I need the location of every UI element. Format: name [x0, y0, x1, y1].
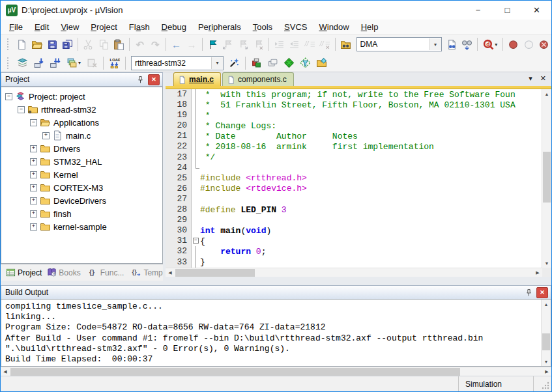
- chevron-down-icon[interactable]: ▾: [429, 38, 441, 50]
- save-all-icon[interactable]: [60, 36, 75, 52]
- manage-filter-icon[interactable]: [297, 55, 313, 71]
- code-line-27[interactable]: 27: [166, 194, 551, 204]
- tree-item-cortex-m3[interactable]: +CORTEX-M3: [1, 181, 162, 194]
- code-editor[interactable]: 17 * with this program; if not, write to…: [166, 89, 551, 268]
- chevron-down-icon[interactable]: ▾: [211, 57, 223, 69]
- fold-margin[interactable]: −: [192, 236, 200, 246]
- outdent-icon[interactable]: [287, 36, 302, 52]
- code-line-17[interactable]: 17 * with this program; if not, write to…: [166, 89, 551, 100]
- maximize-button[interactable]: □: [493, 1, 522, 20]
- cut-icon[interactable]: [81, 36, 96, 52]
- target-combo[interactable]: rtthread-stm32▾: [131, 56, 224, 70]
- tree-item-main-c[interactable]: +main.c: [1, 129, 162, 142]
- expand-icon[interactable]: +: [30, 184, 37, 191]
- open-file-icon[interactable]: [29, 36, 44, 52]
- scroll-left-icon[interactable]: ◀: [166, 268, 175, 277]
- panel-tab-project[interactable]: Project: [3, 266, 44, 279]
- horizontal-splitter[interactable]: [1, 281, 551, 285]
- panel-tab-func[interactable]: {}Func...: [86, 266, 127, 279]
- code-line-26[interactable]: 26#include <rtdevice.h>: [166, 184, 551, 194]
- comment-icon[interactable]: //: [302, 36, 317, 52]
- scroll-up-icon[interactable]: ▲: [542, 300, 551, 309]
- bookmark-next-icon[interactable]: [235, 36, 250, 52]
- target-options-icon[interactable]: [226, 55, 242, 71]
- build-output-log[interactable]: compiling timeslice_sample.c...linking..…: [1, 299, 551, 367]
- expand-icon[interactable]: +: [30, 158, 37, 165]
- manage-rte-icon[interactable]: [248, 55, 265, 71]
- menu-svcs[interactable]: SVCS: [278, 21, 313, 33]
- manage-items-icon[interactable]: [265, 55, 281, 71]
- menu-project[interactable]: Project: [85, 21, 123, 33]
- build-icon[interactable]: [31, 55, 47, 71]
- expand-icon[interactable]: +: [30, 197, 37, 204]
- scroll-up-icon[interactable]: ▲: [542, 89, 551, 98]
- menu-view[interactable]: View: [55, 21, 85, 33]
- menu-help[interactable]: Help: [355, 21, 385, 33]
- scroll-down-icon[interactable]: ▼: [542, 259, 551, 268]
- scroll-left-icon[interactable]: ◀: [1, 367, 10, 376]
- find-combo[interactable]: DMA▾: [356, 37, 442, 51]
- tree-item-kernel-sample[interactable]: +kernel-sample: [1, 220, 162, 233]
- nav-back-icon[interactable]: ←: [169, 36, 184, 52]
- project-panel-close-button[interactable]: ✕: [148, 74, 160, 85]
- code-line-22[interactable]: 22 * 2018-08-16 armink first implementat…: [166, 141, 551, 152]
- copy-icon[interactable]: [96, 36, 111, 52]
- tree-item-stm32-hal[interactable]: +STM32_HAL: [1, 155, 162, 168]
- code-line-29[interactable]: 29: [166, 215, 551, 225]
- tree-item-project-project[interactable]: −Project: project: [1, 90, 162, 103]
- build-output-close-button[interactable]: ✕: [536, 287, 548, 298]
- find-in-files-icon[interactable]: [338, 36, 353, 52]
- code-line-18[interactable]: 18 * 51 Franklin Street, Fifth Floor, Bo…: [166, 100, 551, 110]
- bookmark-clear-icon[interactable]: [251, 36, 266, 52]
- code-line-24[interactable]: 24: [166, 163, 551, 173]
- expand-icon[interactable]: +: [30, 223, 37, 231]
- resize-grip[interactable]: [541, 381, 550, 390]
- menu-debug[interactable]: Debug: [156, 21, 192, 33]
- collapse-icon[interactable]: −: [18, 106, 25, 113]
- undo-icon[interactable]: ↶: [132, 36, 147, 52]
- translate-icon[interactable]: [14, 55, 31, 71]
- paste-icon[interactable]: [111, 36, 126, 52]
- pin-icon[interactable]: [135, 74, 145, 85]
- tree-item-devicedrivers[interactable]: +DeviceDrivers: [1, 194, 162, 207]
- panel-tab-books[interactable]: ?Books: [44, 266, 83, 279]
- indent-icon[interactable]: [272, 36, 287, 52]
- tree-item-drivers[interactable]: +Drivers: [1, 142, 162, 155]
- new-file-icon[interactable]: [14, 36, 29, 52]
- code-line-32[interactable]: 32 return 0;: [166, 246, 551, 257]
- menu-file[interactable]: File: [3, 21, 29, 33]
- code-line-23[interactable]: 23 */: [166, 152, 551, 163]
- nav-forward-icon[interactable]: →: [184, 36, 199, 52]
- editor-tab-components-c[interactable]: components.c: [222, 72, 294, 86]
- build-vertical-scrollbar[interactable]: ▲ ▼: [541, 300, 551, 366]
- pin-icon[interactable]: [523, 287, 534, 298]
- build-horizontal-scrollbar[interactable]: ◀ ▶: [1, 367, 551, 376]
- breakpoint-toggle-icon[interactable]: [506, 36, 521, 52]
- close-document-icon[interactable]: ✕: [540, 74, 546, 83]
- manage-folder-icon[interactable]: [313, 55, 330, 71]
- download-icon[interactable]: LOAD: [106, 55, 123, 71]
- code-line-19[interactable]: 19 *: [166, 110, 551, 120]
- bookmark-prev-icon[interactable]: [220, 36, 235, 52]
- lookup-icon[interactable]: d▾: [480, 36, 500, 52]
- tree-item-applications[interactable]: −Applications: [1, 116, 162, 129]
- manage-layer-icon[interactable]: [281, 55, 297, 71]
- save-file-icon[interactable]: [45, 36, 60, 52]
- expand-icon[interactable]: +: [30, 171, 37, 178]
- code-line-30[interactable]: 30int main(void): [166, 225, 551, 236]
- scroll-right-icon[interactable]: ▶: [533, 268, 542, 277]
- collapse-icon[interactable]: −: [5, 93, 12, 100]
- find-combo-value[interactable]: DMA: [357, 40, 429, 49]
- tree-item-finsh[interactable]: +finsh: [1, 207, 162, 220]
- bookmark-toggle-icon[interactable]: [205, 36, 220, 52]
- scroll-down-icon[interactable]: ▼: [542, 357, 551, 366]
- batch-build-icon[interactable]: ▾: [63, 55, 84, 71]
- breakpoint-disable-icon[interactable]: [521, 36, 536, 52]
- code-line-20[interactable]: 20 * Change Logs:: [166, 120, 551, 131]
- menu-tools[interactable]: Tools: [247, 21, 278, 33]
- tab-list-dropdown-icon[interactable]: ▾: [529, 74, 532, 83]
- breakpoint-clear-icon[interactable]: [536, 36, 551, 52]
- editor-tab-main-c[interactable]: main.c: [173, 72, 221, 86]
- menu-flash[interactable]: Flash: [123, 21, 156, 33]
- expand-icon[interactable]: +: [42, 132, 50, 139]
